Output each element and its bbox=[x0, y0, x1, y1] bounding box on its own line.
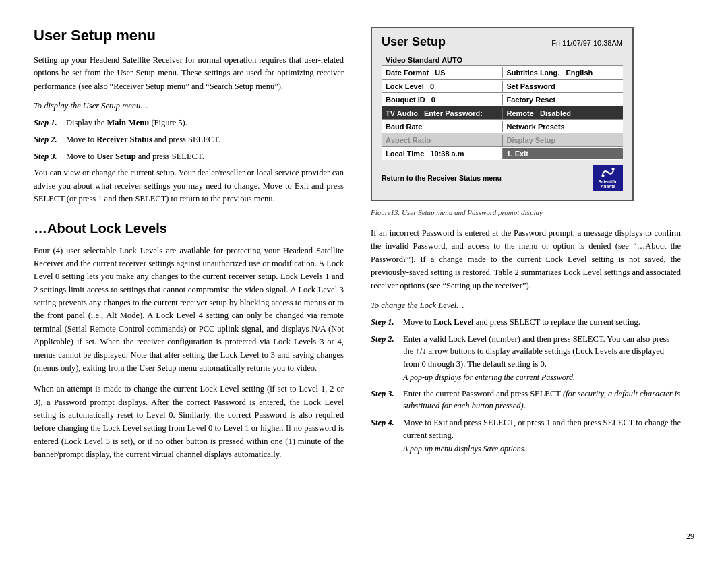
tv-row-date-format: Date Format US Subtitles Lang. English bbox=[382, 66, 623, 80]
tv-panel: User Setup Fri 11/07/97 10:38AM Video St… bbox=[371, 27, 634, 201]
tv-panel-header: User Setup Fri 11/07/97 10:38AM bbox=[382, 35, 623, 49]
subtitles-label: Subtitles Lang. English bbox=[503, 67, 624, 78]
change-step-1-label: Step 1. bbox=[371, 316, 403, 329]
tv-audio-label: TV Audio Enter Password: bbox=[382, 108, 503, 119]
tv-panel-bottom: Return to the Receiver Status menu Scien… bbox=[382, 162, 623, 191]
change-label: To change the Lock Level… bbox=[371, 301, 681, 311]
video-standard-row: Video Standard AUTO bbox=[382, 55, 623, 66]
date-format-label: Date Format US bbox=[382, 67, 503, 78]
tv-panel-datetime: Fri 11/07/97 10:38AM bbox=[551, 39, 623, 47]
mid-text: You can view or change the current setup… bbox=[34, 166, 344, 206]
change-step-4-row: Step 4. Move to Exit and press SELECT, o… bbox=[371, 416, 681, 454]
tv-row-lock-level: Lock Level 0 Set Password bbox=[382, 80, 623, 93]
aspect-ratio-label: Aspect Ratio bbox=[382, 135, 503, 146]
page-number: 29 bbox=[686, 532, 694, 542]
step-2-label: Step 2. bbox=[34, 133, 66, 146]
step-1-label: Step 1. bbox=[34, 117, 66, 129]
bouquet-id-label: Bouquet ID 0 bbox=[382, 94, 503, 105]
step-3-row: Step 3. Move to User Setup and press SEL… bbox=[34, 150, 344, 163]
step-2-row: Step 2. Move to Receiver Status and pres… bbox=[34, 133, 344, 146]
svg-point-2 bbox=[611, 168, 613, 170]
step-1-row: Step 1. Display the Main Menu (Figure 5)… bbox=[34, 117, 344, 129]
right-body1: If an incorrect Password is entered at t… bbox=[371, 227, 681, 292]
remote-label: Remote Disabled bbox=[503, 108, 624, 119]
change-step-3-label: Step 3. bbox=[371, 387, 403, 413]
change-step-4-content: Move to Exit and press SELECT, or press … bbox=[403, 416, 681, 454]
network-presets-label: Network Presets bbox=[503, 121, 624, 132]
step-3-content: Move to User Setup and press SELECT. bbox=[66, 150, 344, 163]
lock-level-label: Lock Level 0 bbox=[382, 81, 503, 92]
step-3-label: Step 3. bbox=[34, 150, 66, 163]
tv-panel-title: User Setup bbox=[382, 35, 446, 49]
change-step-3-content: Enter the current Password and press SEL… bbox=[403, 387, 681, 413]
tv-row-baud: Baud Rate Network Presets bbox=[382, 120, 623, 133]
about-title: …About Lock Levels bbox=[34, 221, 344, 237]
return-text: Return to the Receiver Status menu bbox=[382, 174, 502, 182]
tv-row-aspect: Aspect Ratio Display Setup bbox=[382, 133, 623, 147]
local-time-label: Local Time 10:38 a.m bbox=[382, 148, 503, 159]
change-step-4-sub: A pop-up menu displays Save options. bbox=[403, 443, 681, 455]
sa-logo: ScientificAtlanta bbox=[593, 165, 623, 191]
change-step-4-label: Step 4. bbox=[371, 416, 403, 454]
change-step-2-sub: A pop-up displays for entering the curre… bbox=[403, 372, 681, 383]
main-title: User Setup menu bbox=[34, 27, 344, 44]
left-column: User Setup menu Setting up your Headend … bbox=[34, 27, 344, 535]
figure-caption: Figure13. User Setup menu and Password p… bbox=[371, 208, 681, 216]
about-p2: When an attempt is made to change the cu… bbox=[34, 383, 344, 461]
change-step-3-row: Step 3. Enter the current Password and p… bbox=[371, 387, 681, 413]
right-column: User Setup Fri 11/07/97 10:38AM Video St… bbox=[371, 27, 681, 535]
baud-rate-label: Baud Rate bbox=[382, 121, 503, 132]
change-step-2-row: Step 2. Enter a valid Lock Level (number… bbox=[371, 333, 681, 383]
tv-row-local-time: Local Time 10:38 a.m 1. Exit bbox=[382, 147, 623, 160]
change-step-2-content: Enter a valid Lock Level (number) and th… bbox=[403, 333, 681, 383]
video-standard-text: Video Standard AUTO bbox=[386, 56, 462, 64]
change-step-1-row: Step 1. Move to Lock Level and press SEL… bbox=[371, 316, 681, 329]
tv-row-bouquet: Bouquet ID 0 Factory Reset bbox=[382, 93, 623, 106]
display-label: To display the User Setup menu… bbox=[34, 101, 344, 111]
tv-row-tv-audio: TV Audio Enter Password: Remote Disabled bbox=[382, 106, 623, 120]
change-step-2-label: Step 2. bbox=[371, 333, 403, 383]
step-1-content: Display the Main Menu (Figure 5). bbox=[66, 117, 344, 129]
display-setup-label: Display Setup bbox=[503, 135, 624, 146]
intro-text: Setting up your Headend Satellite Receiv… bbox=[34, 54, 344, 93]
svg-point-1 bbox=[607, 171, 609, 173]
exit-label: 1. Exit bbox=[503, 148, 624, 159]
svg-point-0 bbox=[603, 175, 605, 177]
set-password-label: Set Password bbox=[503, 81, 624, 92]
factory-reset-label: Factory Reset bbox=[503, 94, 624, 105]
change-step-1-content: Move to Lock Level and press SELECT to r… bbox=[403, 316, 681, 329]
about-p1: Four (4) user-selectable Lock Levels are… bbox=[34, 245, 344, 375]
sa-logo-text: ScientificAtlanta bbox=[599, 179, 618, 189]
step-2-content: Move to Receiver Status and press SELECT… bbox=[66, 133, 344, 146]
